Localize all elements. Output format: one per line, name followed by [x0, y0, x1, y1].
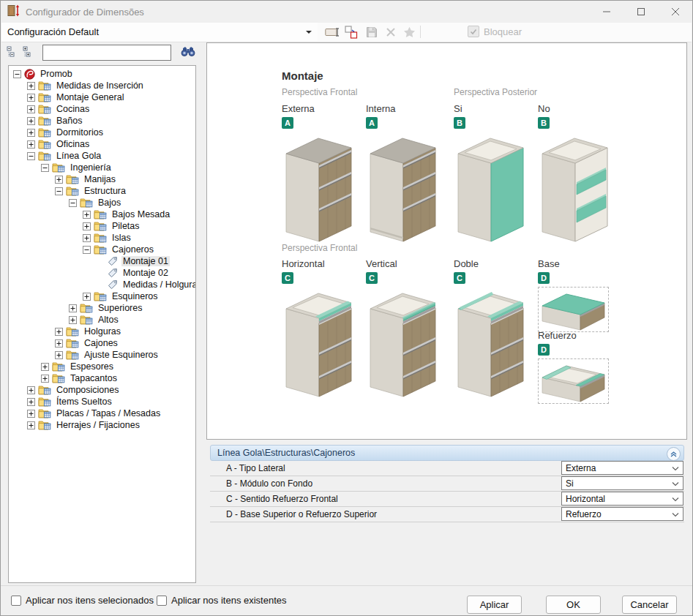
- section-label-perspectiva-posterior: Perspectiva Posterior: [454, 87, 537, 97]
- tree-item-ingenier-a[interactable]: Ingeniería: [9, 162, 195, 173]
- tree-item-espesores[interactable]: Espesores: [9, 361, 195, 372]
- rename-icon[interactable]: [324, 25, 340, 40]
- ok-button[interactable]: OK: [546, 596, 601, 614]
- expand-plus-icon[interactable]: [55, 351, 63, 359]
- tree-item-label: Montaje General: [55, 92, 125, 102]
- tree-item-montaje-general[interactable]: Montaje General: [9, 91, 195, 103]
- expand-plus-icon[interactable]: [55, 339, 63, 348]
- app-icon: [7, 4, 20, 20]
- apply-selected-items-checkbox[interactable]: Aplicar nos itens selecionados: [11, 595, 154, 606]
- expand-plus-icon[interactable]: [27, 398, 35, 406]
- collapse-minus-icon[interactable]: [83, 246, 91, 254]
- tree-item-ajuste-esquineros[interactable]: Ajuste Esquineros: [9, 349, 195, 361]
- expand-plus-icon[interactable]: [83, 222, 91, 230]
- checkbox-icon: [11, 596, 21, 606]
- expand-plus-icon[interactable]: [27, 82, 35, 90]
- apply-existing-items-checkbox[interactable]: Aplicar nos itens existentes: [157, 595, 287, 606]
- tree-item-manijas[interactable]: Manijas: [9, 173, 195, 185]
- collapse-all-icon[interactable]: [7, 46, 18, 59]
- property-label: C - Sentido Refuerzo Frontal: [210, 494, 338, 504]
- tree-item-cocinas[interactable]: Cocinas: [9, 103, 195, 115]
- tree-item-esquineros[interactable]: Esquineros: [9, 290, 195, 302]
- expand-plus-icon[interactable]: [27, 421, 35, 429]
- cabinet-illustration-doble: [454, 287, 536, 401]
- tree-item-altos[interactable]: Altos: [9, 314, 195, 326]
- tree-item-bajos[interactable]: Bajos: [9, 197, 195, 209]
- save-icon[interactable]: [364, 25, 380, 40]
- property-group-header[interactable]: Línea Gola\Estructuras\Cajoneros: [210, 445, 684, 461]
- expand-plus-icon[interactable]: [69, 316, 77, 324]
- duplicate-icon[interactable]: [343, 25, 359, 40]
- expand-plus-icon[interactable]: [83, 234, 91, 242]
- expand-plus-icon[interactable]: [41, 375, 49, 383]
- configuration-combobox[interactable]: Configuración Default: [1, 23, 318, 41]
- tree-item-ba-os[interactable]: Baños: [9, 115, 195, 127]
- folder-table-icon: [52, 361, 65, 372]
- expand-all-icon[interactable]: [23, 46, 34, 59]
- minimize-button[interactable]: [589, 1, 623, 23]
- tree-item-l-nea-gola[interactable]: Línea Gola: [9, 150, 195, 162]
- favorite-icon[interactable]: [401, 25, 417, 40]
- tree-item-holguras[interactable]: Holguras: [9, 326, 195, 337]
- expand-plus-icon[interactable]: [27, 410, 35, 418]
- expand-plus-icon[interactable]: [27, 117, 35, 125]
- tree-item-placas-tapas-mesadas[interactable]: Placas / Tapas / Mesadas: [9, 407, 195, 419]
- cancel-button[interactable]: Cancelar: [622, 596, 677, 614]
- collapse-minus-icon[interactable]: [69, 199, 77, 207]
- tree-item-cajones[interactable]: Cajones: [9, 337, 195, 349]
- tree-item-herrajes-fijaciones[interactable]: Herrajes / Fijaciones: [9, 419, 195, 431]
- collapse-minus-icon[interactable]: [41, 164, 49, 172]
- expand-plus-icon[interactable]: [83, 293, 91, 301]
- expand-plus-icon[interactable]: [27, 129, 35, 137]
- collapse-minus-icon[interactable]: [13, 70, 21, 78]
- property-combo-c-sentido-refuerzo-frontal[interactable]: Horizontal: [561, 492, 683, 506]
- tree-item-tapacantos[interactable]: Tapacantos: [9, 372, 195, 384]
- property-combo-b-m-dulo-con-fondo[interactable]: Si: [561, 476, 683, 490]
- tree-item-tems-sueltos[interactable]: Ítems Sueltos: [9, 396, 195, 407]
- expand-plus-icon[interactable]: [27, 140, 35, 149]
- tree-item-label: Cajones: [83, 338, 119, 348]
- tree-item-montaje-01[interactable]: Montaje 01: [9, 255, 195, 267]
- tree-item-estructura[interactable]: Estructura: [9, 185, 195, 197]
- property-combo-a-tipo-lateral[interactable]: Externa: [561, 461, 683, 475]
- tree-item-medidas-holguras[interactable]: Medidas / Holguras: [9, 279, 195, 290]
- search-binoculars-icon[interactable]: [181, 45, 195, 58]
- maximize-button[interactable]: [623, 1, 658, 23]
- folder-table-icon: [80, 303, 93, 313]
- expand-plus-icon[interactable]: [69, 304, 77, 312]
- collapse-group-button[interactable]: [667, 447, 681, 461]
- folder-table-icon: [66, 174, 79, 184]
- tree-item-islas[interactable]: Islas: [9, 232, 195, 244]
- collapse-minus-icon[interactable]: [55, 187, 63, 195]
- tree-search-input[interactable]: [42, 45, 171, 61]
- tree-item-promob[interactable]: Promob: [9, 68, 195, 80]
- expand-plus-icon[interactable]: [27, 105, 35, 113]
- property-label: A - Tipo Lateral: [210, 463, 285, 473]
- tree-item-label: Medidas / Holguras: [121, 279, 196, 290]
- tree-item-bajos-mesada[interactable]: Bajos Mesada: [9, 209, 195, 220]
- property-combo-d-base-superior-o-refuerzo-superior[interactable]: Refuerzo: [561, 507, 683, 521]
- tree-item-medidas-de-inserci-n[interactable]: Medidas de Inserción: [9, 80, 195, 91]
- close-button[interactable]: [658, 1, 692, 23]
- tree-item-label: Bajos Mesada: [110, 209, 171, 219]
- tree-item-label: Holguras: [83, 326, 122, 337]
- folder-table-icon: [94, 244, 107, 255]
- expand-plus-icon[interactable]: [55, 328, 63, 336]
- bloquear-checkbox[interactable]: Bloquear: [468, 26, 522, 37]
- tree-item-cajoneros[interactable]: Cajoneros: [9, 244, 195, 255]
- expand-plus-icon[interactable]: [83, 211, 91, 219]
- delete-icon[interactable]: [383, 25, 399, 40]
- tree-item-montaje-02[interactable]: Montaje 02: [9, 267, 195, 279]
- tree-item-oficinas[interactable]: Oficinas: [9, 138, 195, 150]
- tree-item-superiores[interactable]: Superiores: [9, 302, 195, 314]
- collapse-minus-icon[interactable]: [27, 152, 35, 160]
- expand-plus-icon[interactable]: [41, 363, 49, 371]
- tree-item-piletas[interactable]: Piletas: [9, 220, 195, 232]
- apply-button[interactable]: Aplicar: [467, 596, 522, 614]
- expand-plus-icon[interactable]: [27, 386, 35, 394]
- tree-item-label: Cajoneros: [110, 244, 155, 255]
- tree-item-composiciones[interactable]: Composiciones: [9, 384, 195, 396]
- expand-plus-icon[interactable]: [27, 94, 35, 102]
- tree-item-dormitorios[interactable]: Dormitorios: [9, 127, 195, 138]
- expand-plus-icon[interactable]: [55, 176, 63, 184]
